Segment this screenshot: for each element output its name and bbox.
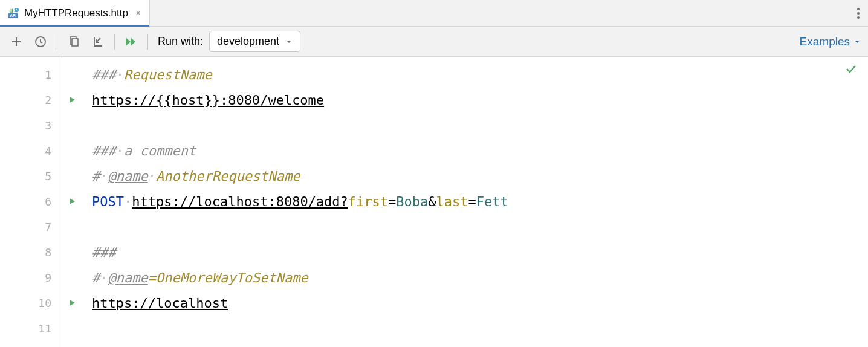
tab-title: MyHTTPRequests.http bbox=[24, 7, 128, 19]
svg-text:API: API bbox=[10, 13, 16, 18]
chevron-down-icon bbox=[285, 38, 293, 45]
run-with-label: Run with: bbox=[158, 35, 203, 48]
separator bbox=[57, 34, 57, 50]
environment-dropdown[interactable]: development bbox=[209, 31, 300, 52]
history-button[interactable] bbox=[31, 33, 50, 51]
line-number: 1 bbox=[45, 68, 51, 81]
gutter: 1 2 3 4 5 6 7 8 9 10 11 bbox=[0, 57, 60, 347]
code-line: ### ·a comment bbox=[92, 138, 868, 163]
api-file-icon: API bbox=[8, 8, 19, 19]
code-content[interactable]: ### ·RequestName https://{{host}}:8080/w… bbox=[60, 57, 868, 347]
code-line: ### bbox=[92, 239, 868, 265]
http-toolbar: Run with: development Examples bbox=[0, 27, 868, 57]
editor-window: API MyHTTPRequests.http × Run wit bbox=[0, 0, 868, 347]
environment-value: development bbox=[217, 35, 279, 48]
separator bbox=[114, 34, 115, 50]
run-all-button[interactable] bbox=[122, 33, 140, 51]
line-number: 8 bbox=[45, 246, 51, 259]
line-number: 11 bbox=[38, 322, 51, 335]
line-number: 4 bbox=[45, 144, 51, 157]
line-number: 10 bbox=[38, 297, 51, 310]
svg-rect-5 bbox=[72, 39, 78, 46]
line-number: 5 bbox=[45, 170, 51, 183]
file-tab[interactable]: API MyHTTPRequests.http × bbox=[0, 0, 150, 26]
code-line: # ·@name=OneMoreWayToSetName bbox=[92, 265, 868, 290]
code-line: # ·@name·AnotherRequestName bbox=[92, 163, 868, 189]
code-line bbox=[92, 316, 868, 341]
active-tab-indicator bbox=[0, 25, 149, 27]
line-number: 7 bbox=[45, 221, 51, 233]
code-editor[interactable]: 1 2 3 4 5 6 7 8 9 10 11 ### ·RequestName… bbox=[0, 57, 868, 347]
examples-label: Examples bbox=[800, 35, 850, 48]
code-line bbox=[92, 214, 868, 239]
code-line: https://localhost bbox=[92, 290, 868, 316]
code-line bbox=[92, 112, 868, 138]
chevron-down-icon bbox=[853, 38, 861, 45]
separator bbox=[147, 34, 148, 50]
code-line: https://{{host}}:8080/welcome bbox=[92, 87, 868, 112]
code-line: ### ·RequestName bbox=[92, 62, 868, 87]
examples-link[interactable]: Examples bbox=[800, 35, 861, 48]
line-number: 9 bbox=[45, 271, 51, 284]
close-icon[interactable]: × bbox=[135, 8, 141, 19]
copy-button[interactable] bbox=[65, 33, 83, 51]
import-button[interactable] bbox=[89, 33, 107, 51]
line-number: 2 bbox=[45, 94, 51, 106]
tab-bar: API MyHTTPRequests.http × bbox=[0, 0, 868, 27]
code-line: POST·https://localhost:8080/add?first=Bo… bbox=[92, 189, 868, 214]
inspection-status-icon[interactable] bbox=[845, 63, 857, 75]
line-number: 3 bbox=[45, 119, 51, 132]
add-request-button[interactable] bbox=[7, 33, 25, 51]
line-number: 6 bbox=[45, 195, 51, 208]
more-options-button[interactable] bbox=[849, 0, 868, 26]
